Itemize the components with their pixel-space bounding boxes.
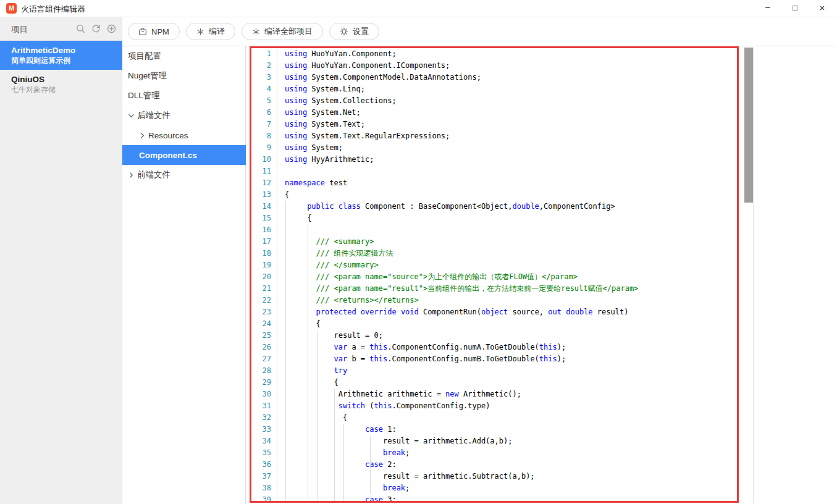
code-text: Arithmetic arithmetic = new Arithmetic()… (277, 388, 521, 400)
line-number: 27 (251, 353, 277, 365)
line-number: 37 (251, 471, 277, 482)
maximize-button[interactable]: □ (781, 0, 809, 17)
code-text (277, 166, 285, 177)
code-text: /// <param name="result">当前组件的输出，在方法结束前一… (277, 283, 638, 295)
file-tree-item-dll-[interactable]: DLL管理 (122, 86, 246, 106)
code-text: result = arithmetic.Add(a,b); (277, 435, 512, 447)
code-line-38: 38 break; (251, 482, 737, 494)
chevron-down-icon[interactable] (128, 112, 137, 119)
line-number: 23 (251, 306, 277, 318)
line-number: 4 (251, 83, 277, 95)
code-line-31: 31 switch (this.ComponentConfig.type) (251, 400, 737, 412)
line-number: 35 (251, 447, 277, 459)
line-number: 5 (251, 95, 277, 107)
editor-scrollbar[interactable] (744, 48, 754, 504)
code-line-30: 30 Arithmetic arithmetic = new Arithmeti… (251, 388, 737, 400)
app-window: M 火语言组件编辑器 − □ × 项目 ArithmeticDemo简单四则运算… (0, 0, 837, 504)
file-tree-item--[interactable]: 前端文件 (122, 165, 246, 185)
code-line-20: 20 /// <param name="source">为上个组件的输出（或者F… (251, 271, 737, 283)
file-tree-item-label: Component.cs (139, 151, 197, 160)
refresh-icon[interactable] (91, 24, 101, 34)
file-tree-item-resources[interactable]: Resources (122, 125, 246, 145)
toolbar-button-3[interactable]: 设置 (329, 23, 379, 40)
code-text: using System.Text.RegularExpressions; (277, 130, 450, 142)
line-number: 19 (251, 259, 277, 271)
indent-guide (308, 224, 308, 503)
code-text: using System.Net; (277, 107, 361, 119)
package-icon (138, 27, 147, 36)
toolbar-button-1[interactable]: 编译 (186, 23, 235, 40)
line-number: 9 (251, 142, 277, 154)
code-line-25: 25 result = 0; (251, 330, 737, 342)
code-text: var b = this.ComponentConfig.numB.ToGetD… (277, 353, 566, 365)
code-text: using System.ComponentModel.DataAnnotati… (277, 72, 481, 83)
code-text: case 1: (277, 424, 397, 435)
line-number: 16 (251, 224, 277, 236)
code-line-4: 4using System.Linq; (251, 83, 737, 95)
add-project-icon[interactable] (107, 24, 117, 34)
project-description: 七牛对象存储 (11, 85, 122, 94)
chevron-right-icon[interactable] (139, 132, 148, 139)
code-text: namespace test (277, 177, 347, 189)
code-text: using HuoYuYan.Component; (277, 48, 397, 60)
close-button[interactable]: × (809, 0, 836, 17)
code-line-29: 29 { (251, 377, 737, 388)
file-tree-item--[interactable]: 后端文件 (122, 106, 246, 125)
code-text: using System; (277, 142, 343, 154)
code-text: /// </summary> (277, 259, 379, 271)
code-text: case 3: (277, 494, 397, 503)
file-tree-item-nuget-[interactable]: Nuget管理 (122, 66, 246, 86)
toolbar-button-label: 编译全部项目 (264, 26, 313, 37)
toolbar-button-2[interactable]: 编译全部项目 (242, 23, 323, 40)
code-line-34: 34 result = arithmetic.Add(a,b); (251, 435, 737, 447)
code-text: result = arithmetic.Subtract(a,b); (277, 471, 535, 482)
code-line-5: 5using System.Collections; (251, 95, 737, 107)
minimize-button[interactable]: − (754, 0, 781, 17)
toolbar-button-label: NPM (151, 27, 169, 36)
code-line-19: 19 /// </summary> (251, 259, 737, 271)
code-text: { (277, 212, 311, 224)
line-number: 22 (251, 295, 277, 306)
line-number: 12 (251, 177, 277, 189)
indent-guide (285, 201, 286, 503)
line-number: 2 (251, 60, 277, 72)
line-number: 30 (251, 388, 277, 400)
line-number: 6 (251, 107, 277, 119)
file-tree-item-label: 项目配置 (128, 51, 161, 62)
code-line-37: 37 result = arithmetic.Subtract(a,b); (251, 471, 737, 482)
code-text: using System.Linq; (277, 83, 365, 95)
code-line-8: 8using System.Text.RegularExpressions; (251, 130, 737, 142)
line-number: 13 (251, 189, 277, 201)
scrollbar-thumb[interactable] (744, 48, 753, 203)
line-number: 39 (251, 494, 277, 503)
code-line-6: 6using System.Net; (251, 107, 737, 119)
gutter-separator (277, 48, 277, 503)
code-text: case 2: (277, 459, 397, 471)
code-line-3: 3using System.ComponentModel.DataAnnotat… (251, 72, 737, 83)
code-line-21: 21 /// <param name="result">当前组件的输出，在方法结… (251, 283, 737, 295)
line-number: 29 (251, 377, 277, 388)
code-line-12: 12namespace test (251, 177, 737, 189)
file-tree-item--[interactable]: 项目配置 (122, 46, 246, 66)
project-item-qiniuos[interactable]: QiniuOS七牛对象存储 (0, 70, 122, 99)
file-tree-item-component-cs[interactable]: Component.cs (122, 145, 246, 165)
code-line-15: 15 { (251, 212, 737, 224)
line-number: 25 (251, 330, 277, 342)
line-number: 26 (251, 342, 277, 353)
chevron-right-icon[interactable] (128, 172, 137, 178)
indent-guide (317, 330, 318, 503)
toolbar-button-npm[interactable]: NPM (128, 23, 180, 40)
toolbar-button-label: 设置 (353, 26, 369, 37)
code-editor[interactable]: 1using HuoYuYan.Component;2using HuoYuYa… (250, 46, 739, 503)
window-title: 火语言组件编辑器 (21, 4, 85, 15)
code-line-13: 13{ (251, 189, 737, 201)
file-tree-item-label: Nuget管理 (128, 70, 167, 82)
line-number: 8 (251, 130, 277, 142)
line-number: 34 (251, 435, 277, 447)
search-icon[interactable] (76, 24, 86, 34)
project-item-arithmeticdemo[interactable]: ArithmeticDemo简单四则运算示例 (0, 41, 122, 70)
line-number: 21 (251, 283, 277, 295)
code-line-17: 17 /// <summary> (251, 236, 737, 248)
line-number: 38 (251, 482, 277, 494)
code-text: using HyyArithmetic; (277, 154, 374, 166)
